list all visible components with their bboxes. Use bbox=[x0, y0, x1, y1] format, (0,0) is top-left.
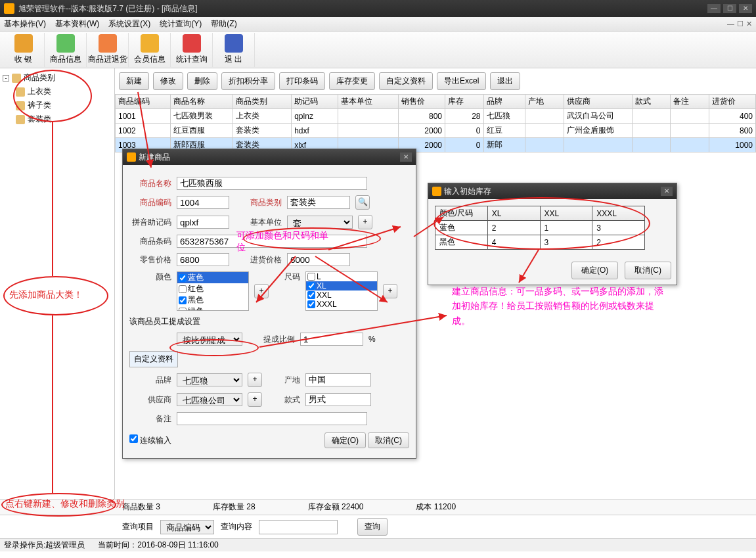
menu-basic-op[interactable]: 基本操作(V) bbox=[4, 18, 46, 30]
mdi-close[interactable]: ✕ bbox=[746, 20, 752, 28]
summary-row: 商品数量 3 库存数量 28 库存金额 22400 成本 11200 bbox=[0, 499, 756, 515]
mdi-restore[interactable]: ☐ bbox=[737, 20, 744, 28]
tb-stats[interactable]: 统计查询 bbox=[171, 33, 213, 67]
close-button[interactable]: ✕ bbox=[739, 4, 752, 13]
btn-exit[interactable]: 退出 bbox=[490, 72, 520, 90]
product-grid[interactable]: 商品编码商品名称商品类别助记码基本单位销售价库存品牌产地供应商款式备注进货价 1… bbox=[115, 94, 756, 152]
btn-print-barcode[interactable]: 打印条码 bbox=[279, 72, 325, 90]
tb-exit[interactable]: 退 出 bbox=[213, 33, 255, 67]
folder-icon bbox=[16, 101, 25, 110]
dialog-close-button[interactable]: ✕ bbox=[661, 187, 673, 196]
query-item-select[interactable]: 商品编码 bbox=[160, 520, 214, 534]
tb-member[interactable]: 会员信息 bbox=[129, 33, 171, 67]
action-buttons: 新建 修改 删除 折扣积分率 打印条码 库存变更 自定义资料 导出Excel 退… bbox=[115, 68, 756, 94]
minimize-button[interactable]: — bbox=[707, 4, 721, 13]
menu-basic-data[interactable]: 基本资料(W) bbox=[55, 18, 99, 30]
btn-edit[interactable]: 修改 bbox=[153, 72, 183, 90]
input-style[interactable] bbox=[305, 393, 371, 406]
maximize-button[interactable]: ☐ bbox=[723, 4, 736, 13]
menubar: 基本操作(V) 基本资料(W) 系统设置(X) 统计查询(Y) 帮助(Z) — … bbox=[0, 17, 756, 32]
input-purchase[interactable] bbox=[287, 253, 350, 266]
dialog-icon bbox=[127, 152, 136, 162]
query-button[interactable]: 查询 bbox=[357, 518, 388, 536]
mdi-minimize[interactable]: — bbox=[727, 20, 734, 28]
app-icon bbox=[4, 3, 14, 14]
tree-item-pants[interactable]: 裤子类 bbox=[16, 99, 112, 112]
browse-category-button[interactable]: 🔍 bbox=[355, 195, 370, 210]
input-category[interactable] bbox=[287, 196, 350, 209]
summary-stockqty: 库存数量 28 bbox=[213, 501, 256, 513]
summary-stockval: 库存金额 22400 bbox=[308, 501, 364, 513]
tb-stock-inout[interactable]: 商品进退货 bbox=[87, 33, 129, 67]
tree-item-tops[interactable]: 上衣类 bbox=[16, 85, 112, 99]
listbox-colors[interactable]: 蓝色 红色 黑色 绿色 bbox=[177, 271, 249, 311]
btn-custom-data[interactable]: 自定义资料 bbox=[379, 72, 433, 90]
stock-ok-button[interactable]: 确定(O) bbox=[571, 262, 618, 279]
checkbox-continuous[interactable] bbox=[129, 434, 138, 443]
add-size-button[interactable]: + bbox=[383, 284, 397, 298]
tree-item-suits[interactable]: 套装类 bbox=[16, 112, 112, 126]
btn-new[interactable]: 新建 bbox=[119, 72, 149, 90]
folder-icon bbox=[16, 87, 25, 97]
btn-delete[interactable]: 删除 bbox=[187, 72, 217, 90]
summary-cost: 成本 11200 bbox=[416, 501, 456, 513]
input-code[interactable] bbox=[177, 196, 229, 209]
collapse-icon[interactable]: - bbox=[3, 75, 9, 81]
folder-icon bbox=[12, 74, 21, 83]
toolbar: 收 银 商品信息 商品进退货 会员信息 统计查询 退 出 bbox=[0, 32, 756, 68]
dialog-close-button[interactable]: ✕ bbox=[400, 152, 412, 162]
select-brand[interactable]: 七匹狼 bbox=[177, 373, 242, 386]
table-row: 1002红豆西服套装类hdxf20000红豆广州金盾服饰800 bbox=[116, 124, 756, 138]
add-supplier-button[interactable]: + bbox=[248, 392, 262, 407]
summary-count: 商品数量 3 bbox=[122, 501, 160, 513]
input-origin[interactable] bbox=[305, 373, 371, 386]
query-row: 查询项目 商品编码 查询内容 查询 bbox=[0, 515, 756, 538]
add-color-button[interactable]: + bbox=[254, 284, 269, 298]
titlebar: 旭荣管理软件--版本:服装版7.7 (已注册) - [商品信息] — ☐ ✕ bbox=[0, 0, 756, 17]
query-item-label: 查询项目 bbox=[122, 521, 154, 532]
dialog-new-product: 新建商品✕ 商品名称 商品编码 商品类别 🔍 拼音助记码 基本单位套 + 商品条… bbox=[122, 149, 416, 459]
input-ratio[interactable] bbox=[300, 333, 363, 346]
commission-label: 该商品员工提成设置 bbox=[129, 316, 409, 327]
dialog-title: 输入初始库存 bbox=[444, 186, 491, 197]
statusbar: 登录操作员:超级管理员 当前时间：2016-08-09日 11:16:00 bbox=[0, 538, 756, 551]
menu-stats[interactable]: 统计查询(Y) bbox=[160, 18, 202, 30]
input-retail[interactable] bbox=[177, 253, 229, 266]
dlg-cancel-button[interactable]: 取消(C) bbox=[368, 432, 409, 448]
add-unit-button[interactable]: + bbox=[358, 215, 372, 229]
input-barcode[interactable] bbox=[177, 235, 367, 248]
add-brand-button[interactable]: + bbox=[248, 373, 262, 387]
select-supplier[interactable]: 七匹狼公司 bbox=[177, 393, 242, 406]
query-content-label: 查询内容 bbox=[221, 521, 252, 532]
custom-section-label: 自定义资料 bbox=[129, 351, 178, 367]
input-pinyin[interactable] bbox=[177, 216, 229, 229]
status-time: 当前时间：2016-08-09日 11:16:00 bbox=[98, 540, 218, 551]
btn-stock-change[interactable]: 库存变更 bbox=[329, 72, 375, 90]
stock-cancel-button[interactable]: 取消(C) bbox=[625, 262, 671, 279]
table-row: 1001七匹狼男装上衣类qplnz80028七匹狼武汉白马公司400 bbox=[116, 109, 756, 124]
window-title: 旭荣管理软件--版本:服装版7.7 (已注册) - [商品信息] bbox=[18, 3, 198, 14]
stock-table[interactable]: 颜色/尺码XLXXLXXXL 蓝色213 黑色432 bbox=[435, 206, 645, 250]
menu-sys-settings[interactable]: 系统设置(X) bbox=[108, 18, 150, 30]
btn-export-excel[interactable]: 导出Excel bbox=[437, 72, 486, 90]
input-remark[interactable] bbox=[177, 412, 367, 425]
dlg-ok-button[interactable]: 确定(O) bbox=[324, 432, 366, 448]
tb-product-info[interactable]: 商品信息 bbox=[45, 33, 87, 67]
query-content-input[interactable] bbox=[259, 520, 338, 534]
select-commission-mode[interactable]: 按比例提成 bbox=[177, 333, 242, 346]
listbox-sizes[interactable]: L XL XXL XXXL bbox=[305, 271, 378, 311]
btn-discount[interactable]: 折扣积分率 bbox=[221, 72, 275, 90]
input-name[interactable] bbox=[177, 177, 367, 190]
tb-cashier[interactable]: 收 银 bbox=[3, 33, 45, 67]
sidebar: - 商品类别 上衣类 裤子类 套装类 bbox=[0, 68, 115, 499]
tree-root[interactable]: - 商品类别 bbox=[3, 71, 112, 85]
dialog-initial-stock: 输入初始库存✕ 颜色/尺码XLXXLXXXL 蓝色213 黑色432 确定(O)… bbox=[428, 183, 677, 285]
status-user: 登录操作员:超级管理员 bbox=[4, 540, 85, 551]
dialog-icon bbox=[432, 187, 441, 196]
select-unit[interactable]: 套 bbox=[287, 216, 353, 229]
dialog-title: 新建商品 bbox=[139, 152, 170, 163]
folder-icon bbox=[16, 115, 25, 124]
menu-help[interactable]: 帮助(Z) bbox=[211, 18, 236, 30]
